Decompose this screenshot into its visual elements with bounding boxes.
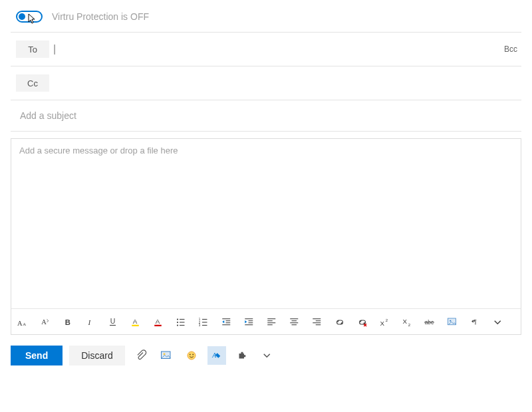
- svg-text:abc: abc: [425, 320, 434, 326]
- chevron-down-icon[interactable]: [491, 316, 505, 329]
- cc-input[interactable]: [49, 75, 521, 91]
- insert-link-icon[interactable]: [333, 316, 346, 329]
- svg-text:A: A: [133, 318, 138, 325]
- action-row: Send Discard A: [11, 346, 521, 365]
- bulleted-list-icon[interactable]: [175, 316, 188, 329]
- subject-input[interactable]: [19, 110, 521, 122]
- svg-marker-24: [222, 320, 224, 324]
- remove-link-icon[interactable]: [356, 316, 369, 329]
- svg-point-60: [190, 354, 191, 356]
- to-button[interactable]: To: [16, 41, 49, 58]
- cc-button[interactable]: Cc: [16, 74, 49, 92]
- svg-point-61: [192, 354, 194, 356]
- subject-row: [11, 100, 521, 132]
- svg-point-59: [188, 352, 196, 360]
- addins-icon[interactable]: [233, 346, 251, 365]
- message-body-input[interactable]: [19, 146, 513, 301]
- attach-file-icon[interactable]: [132, 346, 150, 365]
- svg-text:2: 2: [408, 323, 411, 327]
- virtru-status-text: Virtru Protection is OFF: [52, 11, 149, 22]
- indent-icon[interactable]: [243, 316, 256, 329]
- more-actions-icon[interactable]: [258, 346, 277, 365]
- svg-text:2: 2: [386, 318, 388, 322]
- align-center-icon[interactable]: [288, 316, 301, 329]
- send-button[interactable]: Send: [11, 346, 63, 365]
- italic-icon[interactable]: I: [84, 316, 98, 329]
- underline-icon[interactable]: U: [107, 316, 120, 329]
- svg-text:X: X: [380, 320, 385, 327]
- cc-row: Cc: [11, 66, 521, 100]
- font-style-icon[interactable]: A: [39, 316, 53, 329]
- svg-text:B: B: [65, 318, 70, 326]
- svg-point-13: [177, 322, 178, 323]
- strikethrough-icon[interactable]: abc: [424, 316, 437, 329]
- formatting-toggle-icon[interactable]: A: [207, 346, 226, 365]
- svg-marker-56: [471, 320, 473, 323]
- svg-text:A: A: [17, 320, 23, 327]
- insert-picture-icon[interactable]: [157, 346, 176, 365]
- font-size-icon[interactable]: AA: [17, 316, 30, 329]
- text-direction-icon[interactable]: ¶: [469, 316, 482, 329]
- message-body-container: Add a secure message or drop a file here…: [11, 138, 521, 335]
- svg-point-58: [163, 353, 165, 355]
- numbered-list-icon[interactable]: 123: [198, 316, 211, 329]
- svg-rect-8: [132, 325, 139, 326]
- virtru-toggle[interactable]: [16, 11, 43, 23]
- cursor-icon: [28, 13, 37, 24]
- outdent-icon[interactable]: [220, 316, 233, 329]
- bold-icon[interactable]: B: [62, 316, 75, 329]
- emoji-icon[interactable]: [182, 346, 201, 365]
- svg-text:3: 3: [199, 324, 201, 327]
- svg-marker-29: [245, 320, 247, 324]
- toggle-knob: [19, 13, 25, 20]
- svg-text:A: A: [23, 322, 26, 326]
- svg-text:U: U: [110, 317, 116, 325]
- highlight-color-icon[interactable]: A: [130, 316, 143, 329]
- svg-text:X: X: [403, 318, 408, 325]
- discard-button[interactable]: Discard: [69, 346, 124, 365]
- svg-text:A: A: [41, 318, 47, 326]
- format-toolbar: AA A B I U A A 123: [11, 308, 521, 334]
- insert-image-icon[interactable]: [446, 316, 460, 329]
- svg-point-11: [177, 318, 178, 320]
- to-row: To | Bcc: [11, 33, 521, 66]
- bcc-button[interactable]: Bcc: [504, 45, 517, 54]
- svg-point-15: [177, 324, 178, 326]
- svg-text:¶: ¶: [473, 318, 477, 325]
- svg-point-54: [450, 320, 451, 322]
- align-left-icon[interactable]: [265, 316, 279, 329]
- svg-text:A: A: [156, 318, 160, 325]
- superscript-icon[interactable]: X2: [378, 316, 392, 329]
- font-color-icon[interactable]: A: [152, 316, 166, 329]
- svg-rect-10: [154, 325, 162, 326]
- align-right-icon[interactable]: [311, 316, 324, 329]
- subscript-icon[interactable]: X2: [401, 316, 414, 329]
- svg-text:I: I: [88, 318, 92, 326]
- to-input[interactable]: [56, 41, 521, 57]
